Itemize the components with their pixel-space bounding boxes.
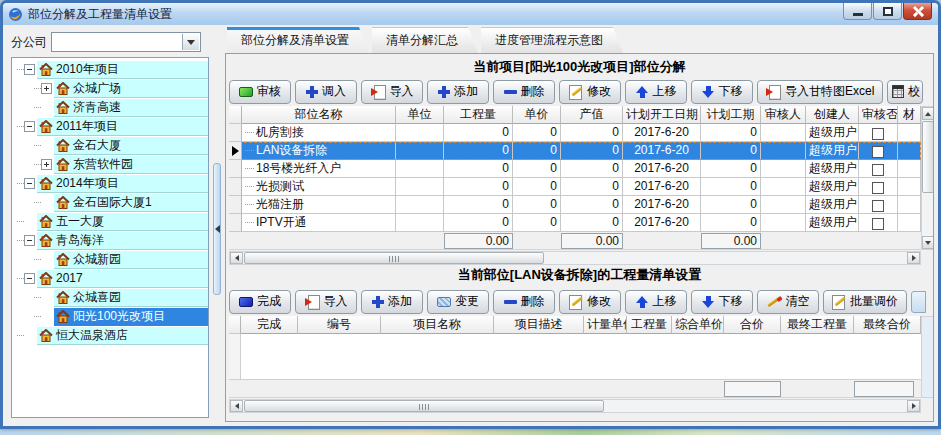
audit-checkbox[interactable]: [872, 182, 884, 194]
horizontal-scroll-thumb[interactable]: [244, 252, 544, 264]
scroll-left-button[interactable]: [230, 400, 243, 412]
table-row[interactable]: 光猫注册0002017-6-200超级用户: [229, 196, 921, 214]
import-gantt-excel-button[interactable]: 导入甘特图Excel: [757, 80, 883, 104]
collapse-minus-icon[interactable]: [24, 64, 35, 75]
scroll-up-button[interactable]: [922, 107, 934, 120]
audit-checkbox[interactable]: [872, 200, 884, 212]
tree-item[interactable]: 众城喜园: [12, 288, 208, 307]
table-row[interactable]: 18号楼光纤入户0002017-6-200超级用户: [229, 160, 921, 178]
move-up-button[interactable]: 上移: [625, 80, 687, 104]
collapse-minus-icon[interactable]: [24, 235, 35, 246]
audit-checkbox[interactable]: [872, 146, 884, 158]
column-header-0[interactable]: 完成: [241, 316, 298, 334]
parts-table-horizontal-scrollbar[interactable]: [229, 251, 921, 265]
column-header-2[interactable]: 工程量: [444, 106, 513, 124]
delete-button[interactable]: 删除: [493, 290, 555, 314]
tree-item[interactable]: 2014年项目: [12, 174, 208, 193]
column-header-1[interactable]: 单位: [396, 106, 444, 124]
tree-item[interactable]: 济青高速: [12, 98, 208, 117]
tree-item[interactable]: 众城广场: [12, 79, 208, 98]
column-header-0[interactable]: 部位名称: [242, 106, 396, 124]
add-button[interactable]: 添加: [361, 290, 423, 314]
expand-plus-icon[interactable]: [41, 83, 52, 94]
table-row[interactable]: LAN设备拆除0002017-6-200超级用户: [229, 142, 921, 160]
tree-item[interactable]: 阳光100光改项目: [12, 307, 208, 326]
move-down-button[interactable]: 下移: [691, 290, 753, 314]
column-header-9[interactable]: 审核否: [859, 106, 898, 124]
collapse-minus-icon[interactable]: [24, 178, 35, 189]
row-selector-cell[interactable]: [229, 178, 242, 196]
row-selector-cell[interactable]: [229, 214, 242, 232]
vertical-scroll-thumb[interactable]: [922, 121, 934, 193]
change-button[interactable]: 变更: [427, 290, 489, 314]
add-button[interactable]: 添加: [427, 80, 489, 104]
audit-checkbox[interactable]: [872, 128, 884, 140]
splitter-collapse-button[interactable]: [213, 163, 221, 295]
column-header-3[interactable]: 项目描述: [494, 316, 584, 334]
move-down-button[interactable]: 下移: [691, 80, 753, 104]
audit-checkbox[interactable]: [872, 218, 884, 230]
delete-button[interactable]: 删除: [493, 80, 555, 104]
column-header-1[interactable]: 编号: [298, 316, 381, 334]
tree-item[interactable]: 2011年项目: [12, 117, 208, 136]
column-header-10[interactable]: 材: [898, 106, 921, 124]
finish-button[interactable]: 完成: [229, 290, 291, 314]
table-row[interactable]: 光损测试0002017-6-200超级用户: [229, 178, 921, 196]
branch-dropdown-button[interactable]: [182, 34, 199, 50]
boq-table-vertical-scrollbar[interactable]: [921, 316, 934, 398]
column-header-7[interactable]: 审核人: [761, 106, 806, 124]
row-selector-cell[interactable]: [229, 124, 242, 142]
title-bar[interactable]: 部位分解及工程量清单设置: [3, 3, 938, 25]
column-header-6[interactable]: 计划工期: [701, 106, 761, 124]
column-header-9[interactable]: 最终合价: [854, 316, 921, 334]
column-header-8[interactable]: 最终工程量: [781, 316, 854, 334]
tree-item[interactable]: 2010年项目: [12, 60, 208, 79]
horizontal-scroll-thumb[interactable]: [244, 400, 604, 412]
column-header-4[interactable]: 产值: [561, 106, 623, 124]
row-selector-cell[interactable]: [229, 142, 242, 160]
scroll-down-button[interactable]: [922, 236, 934, 249]
tree-item[interactable]: 东营软件园: [12, 155, 208, 174]
collapse-minus-icon[interactable]: [24, 273, 35, 284]
maximize-button[interactable]: [873, 3, 902, 20]
column-header-4[interactable]: 计量单位: [584, 316, 627, 334]
branch-combobox[interactable]: [51, 32, 201, 52]
pull-in-button[interactable]: 调入: [295, 80, 357, 104]
row-selector-cell[interactable]: [229, 196, 242, 214]
collapse-minus-icon[interactable]: [24, 121, 35, 132]
boq-table-horizontal-scrollbar[interactable]: [229, 399, 921, 413]
move-up-button[interactable]: 上移: [625, 290, 687, 314]
batch-price-button[interactable]: 批量调价: [823, 290, 907, 314]
tab-2[interactable]: 进度管理流程示意图: [481, 27, 623, 53]
check-button[interactable]: 校: [887, 80, 923, 104]
column-header-7[interactable]: 合价: [724, 316, 781, 334]
tree-item[interactable]: 2017: [12, 269, 208, 288]
tree-item[interactable]: 恒大温泉酒店: [12, 326, 208, 345]
scroll-right-button[interactable]: [907, 400, 920, 412]
column-header-3[interactable]: 单价: [513, 106, 561, 124]
tree-item[interactable]: 五一大厦: [12, 212, 208, 231]
import-button[interactable]: 导入: [295, 290, 357, 314]
table-row[interactable]: 机房割接0002017-6-200超级用户: [229, 124, 921, 142]
audit-checkbox[interactable]: [872, 164, 884, 176]
project-tree[interactable]: 2010年项目众城广场济青高速2011年项目金石大厦东营软件园2014年项目金石…: [11, 57, 209, 418]
column-header-5[interactable]: 工程量: [627, 316, 672, 334]
tree-item[interactable]: 金石国际大厦1: [12, 193, 208, 212]
tree-item[interactable]: 众城新园: [12, 250, 208, 269]
parts-table-vertical-scrollbar[interactable]: [921, 106, 934, 250]
tab-1[interactable]: 清单分解汇总: [372, 27, 478, 53]
tree-item[interactable]: 青岛海洋: [12, 231, 208, 250]
scroll-left-button[interactable]: [230, 252, 243, 264]
clipped-edge-button[interactable]: [911, 291, 926, 313]
column-header-6[interactable]: 综合单价: [672, 316, 724, 334]
close-button[interactable]: [903, 3, 932, 20]
scroll-right-button[interactable]: [907, 252, 920, 264]
panel-splitter[interactable]: [211, 25, 223, 420]
column-header-2[interactable]: 项目名称: [381, 316, 494, 334]
import-button[interactable]: 导入: [361, 80, 423, 104]
table-row[interactable]: IPTV开通0002017-6-200超级用户: [229, 214, 921, 232]
tree-item[interactable]: 金石大厦: [12, 136, 208, 155]
minimize-button[interactable]: [843, 3, 872, 20]
column-header-8[interactable]: 创建人: [806, 106, 859, 124]
audit-button[interactable]: 审核: [229, 80, 291, 104]
